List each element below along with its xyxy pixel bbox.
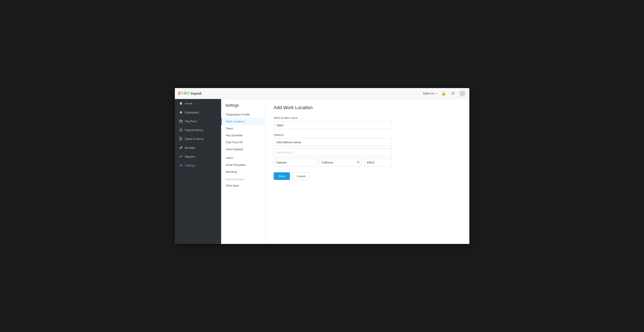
settings-nav-org-profile[interactable]: Organization Profile <box>221 111 265 118</box>
page-title: Add Work Location <box>274 105 461 110</box>
sidebar-label-employees: Employees <box>185 111 199 114</box>
sidebar-item-employees[interactable]: Employees <box>175 108 221 117</box>
content-area: Add Work Location Work location name Add… <box>265 99 470 244</box>
settings-nav-email-templates[interactable]: Email Templates <box>221 161 265 168</box>
address-line1-input[interactable] <box>274 138 392 146</box>
sidebar-label-payroll-history: Payroll History <box>185 128 203 132</box>
settings-gear-icon <box>179 163 183 167</box>
gear-icon[interactable]: ⚙ <box>450 91 456 96</box>
product-name: Payroll <box>191 92 202 95</box>
company-selector[interactable]: Zylker Inc. ▾ <box>423 92 438 95</box>
clock-icon <box>179 128 183 132</box>
chart-icon <box>179 155 183 158</box>
settings-nav-work-locations[interactable]: Work Locations <box>221 118 265 125</box>
sidebar-label-benefits: Benefits <box>185 146 195 149</box>
sidebar-label-taxes-forms: Taxes & Forms <box>185 137 204 140</box>
cancel-button[interactable]: Cancel <box>292 172 310 180</box>
document-icon <box>179 137 183 141</box>
settings-nav-direct-deposit[interactable]: Direct Deposit <box>221 146 265 153</box>
sidebar-item-reports[interactable]: Reports <box>175 152 221 161</box>
work-location-name-input[interactable] <box>274 121 392 129</box>
zoho-logo: Z O H O <box>178 91 190 96</box>
company-name-text: Zylker Inc. <box>423 92 436 95</box>
settings-sidebar: Settings Organization Profile Work Locat… <box>221 99 265 244</box>
work-location-name-group: Work location name <box>274 116 461 129</box>
svg-point-10 <box>180 165 181 166</box>
user-avatar[interactable] <box>459 91 465 96</box>
settings-title: Settings <box>221 99 265 111</box>
settings-nav-zoho-apps[interactable]: Zoho Apps <box>221 182 265 189</box>
settings-nav-branding[interactable]: Branding <box>221 168 265 175</box>
address-line2-input[interactable] <box>274 148 392 156</box>
sidebar-item-taxes-forms[interactable]: Taxes & Forms <box>175 134 221 143</box>
app-window: Z O H O Payroll Zylker Inc. ▾ 🔔 ⚙ <box>175 88 470 244</box>
top-header: Z O H O Payroll Zylker Inc. ▾ 🔔 ⚙ <box>175 88 470 99</box>
address-label: Address <box>274 133 461 136</box>
wrench-icon <box>179 146 183 149</box>
work-location-name-label: Work location name <box>274 116 461 119</box>
logo-o-letter: O <box>181 91 184 96</box>
save-button[interactable]: Save <box>274 172 290 180</box>
notifications-icon[interactable]: 🔔 <box>441 91 447 96</box>
state-select[interactable]: AlabamaAlaskaArizonaArkansasCaliforniaCo… <box>319 158 362 167</box>
logo-z-letter: Z <box>178 91 180 96</box>
sidebar-item-benefits[interactable]: Benefits <box>175 143 221 152</box>
home-icon <box>179 102 183 105</box>
settings-nav-paid-time-off[interactable]: Paid Time Off <box>221 139 265 146</box>
settings-nav-users[interactable]: Users <box>221 154 265 161</box>
sidebar-label-pay-runs: Pay Runs <box>185 120 197 123</box>
sidebar-label-settings: Settings <box>185 164 195 167</box>
logo-o2-letter: O <box>187 91 190 96</box>
svg-rect-1 <box>180 120 182 123</box>
integrations-label: INTEGRATIONS <box>221 175 265 182</box>
zip-input[interactable] <box>364 158 392 167</box>
sidebar-item-settings[interactable]: Settings <box>175 161 221 170</box>
sidebar: Home Employees <box>175 99 221 244</box>
sidebar-item-home[interactable]: Home <box>175 99 221 108</box>
main-layout: Home Employees <box>175 99 470 244</box>
sidebar-label-reports: Reports <box>185 155 195 158</box>
address-city-state-zip-row: AlabamaAlaskaArizonaArkansasCaliforniaCo… <box>274 158 392 167</box>
calendar-icon <box>179 119 183 123</box>
settings-nav-taxes[interactable]: Taxes <box>221 125 265 132</box>
header-right: Zylker Inc. ▾ 🔔 ⚙ <box>423 91 465 96</box>
settings-nav-pay-schedule[interactable]: Pay Schedule <box>221 132 265 139</box>
chevron-down-icon: ▾ <box>436 92 438 95</box>
logo-h-letter: H <box>184 91 186 96</box>
form-actions: Save Cancel <box>274 172 461 180</box>
sidebar-label-home: Home <box>185 102 192 105</box>
sidebar-item-payroll-history[interactable]: Payroll History <box>175 125 221 134</box>
settings-nav: Organization Profile Work Locations Taxe… <box>221 111 265 189</box>
logo-area: Z O H O Payroll <box>178 91 202 96</box>
city-input[interactable] <box>274 158 316 167</box>
sidebar-item-pay-runs[interactable]: Pay Runs <box>175 117 221 125</box>
person-icon <box>179 110 183 114</box>
address-group: Address AlabamaAlaskaArizonaArkansasCali… <box>274 133 461 167</box>
